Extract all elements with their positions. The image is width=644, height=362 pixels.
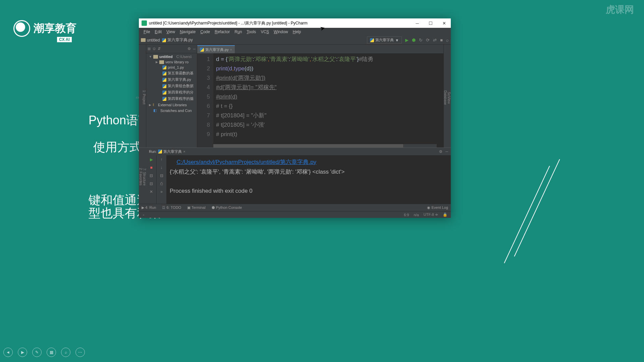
close-icon[interactable]: ✕: [150, 189, 153, 194]
more-button[interactable]: ⋯: [75, 348, 85, 357]
rail-structure[interactable]: 7: Structure: [143, 150, 146, 204]
tree-file[interactable]: 第六章字典.py: [146, 76, 197, 83]
up-icon[interactable]: ↑: [161, 157, 163, 162]
toolbar: untitled 第六章字典.py 第六章字典 ▼ ▶ ⬢ ↻ ⟳ ⇄ ■ ⌕: [139, 36, 451, 45]
breadcrumb[interactable]: untitled: [141, 38, 160, 43]
sb-encoding[interactable]: UTF-8 ≑: [424, 213, 438, 217]
run-toolbar-1: ▶ ■ ⊟ ⊟ ✕: [146, 155, 156, 204]
brand-sub: CX AI: [57, 37, 72, 42]
play-button[interactable]: ▶: [18, 348, 27, 357]
menu-file[interactable]: File: [142, 29, 152, 35]
maximize-button[interactable]: ☐: [424, 18, 437, 28]
select-target-icon[interactable]: ⊞: [148, 47, 151, 51]
rail-favorites[interactable]: 2: Favorites: [139, 150, 143, 204]
gear-icon[interactable]: ⚙: [439, 149, 442, 154]
right-rail: SciView Database: [443, 45, 451, 147]
folder-icon: [141, 38, 146, 42]
code-editor[interactable]: 123456789 d = {'两弹元勋':'邓稼','青蒿素':'屠呦呦','…: [197, 53, 443, 147]
collapse-icon[interactable]: ⇵: [158, 47, 161, 51]
down-icon[interactable]: ↓: [161, 165, 163, 170]
bb-run[interactable]: ▶ 4: Run: [142, 205, 156, 210]
debug-button[interactable]: ⬢: [412, 38, 416, 43]
rail-sciview[interactable]: SciView: [447, 48, 451, 147]
coverage-button[interactable]: ↻: [419, 38, 423, 43]
attach-button[interactable]: ⇄: [433, 38, 437, 43]
menu-help[interactable]: Help: [291, 29, 303, 35]
python-icon: [200, 48, 204, 52]
pin-icon[interactable]: ⊟: [150, 181, 153, 186]
run-label: Run:: [149, 149, 157, 154]
stop-button[interactable]: ■: [440, 38, 443, 43]
tree-file[interactable]: 第六章组合数据: [146, 83, 197, 89]
tree-root[interactable]: ▼untitled C:\Users\: [146, 54, 197, 59]
sb-na[interactable]: n/a: [414, 213, 419, 217]
tree-file[interactable]: 第四章程序的循: [146, 96, 197, 102]
minimize-button[interactable]: ─: [411, 18, 424, 28]
rail-project[interactable]: 1: Project: [142, 90, 146, 104]
titlebar[interactable]: untitled [C:\Users\andyl\PycharmProjects…: [139, 18, 451, 28]
menu-window[interactable]: Window: [272, 29, 290, 35]
bb-event-log[interactable]: ◉ Event Log: [427, 205, 448, 210]
logo-icon: [13, 20, 30, 37]
profile-button[interactable]: ⟳: [426, 38, 430, 43]
stop-icon[interactable]: ■: [150, 165, 152, 170]
window-title: untitled [C:\Users\andyl\PycharmProjects…: [149, 20, 308, 26]
zoom-button[interactable]: ⌕: [61, 348, 70, 357]
bottom-toolbar: ▶ 4: Run ☲ 6: TODO ▣ Terminal ⬢ Python C…: [139, 204, 451, 211]
hide-icon[interactable]: ─: [445, 149, 448, 154]
project-tree[interactable]: ▼untitled C:\Users\ ▶venv library ro pri…: [146, 53, 197, 147]
menu-run[interactable]: Run: [232, 29, 244, 35]
close-button[interactable]: ✕: [437, 18, 451, 28]
code-content[interactable]: d = {'两弹元勋':'邓稼','青蒿素':'屠呦呦','水稻之父':'袁隆平…: [213, 53, 443, 147]
tree-scratches[interactable]: ◧ Scratches and Con: [146, 108, 197, 113]
wrap-icon[interactable]: ⊟: [160, 173, 163, 178]
tree-file[interactable]: 第五章函数的基: [146, 70, 197, 76]
menu-tools[interactable]: Tools: [245, 29, 258, 35]
bb-todo[interactable]: ☲ 6: TODO: [162, 205, 181, 210]
tree-ext-lib[interactable]: ▶⫴ External Libraries: [146, 102, 197, 108]
gear-icon[interactable]: ⚙: [187, 47, 191, 51]
sb-lock-icon[interactable]: 🔒: [443, 213, 447, 217]
run-output[interactable]: C:/Users/andyl/PycharmProjects/untitled/…: [166, 155, 451, 204]
run-config-selector[interactable]: 第六章字典 ▼: [367, 37, 402, 44]
app-icon: [142, 20, 147, 26]
close-icon[interactable]: ×: [183, 149, 185, 154]
breadcrumb-file[interactable]: 第六章字典.py: [162, 37, 193, 43]
rail-database[interactable]: Database: [443, 48, 447, 147]
tree-file[interactable]: 第四章程序的分: [146, 89, 197, 96]
menu-navigate[interactable]: Navigate: [178, 29, 198, 35]
bb-python-console[interactable]: ⬢ Python Console: [212, 205, 242, 210]
tree-file[interactable]: print_1.py: [146, 65, 197, 70]
run-button[interactable]: ▶: [405, 38, 409, 43]
python-icon: [158, 149, 162, 154]
rerun-icon[interactable]: ▶: [150, 157, 153, 162]
run-tab-name[interactable]: 第六章字典: [163, 149, 182, 154]
sb-indicator[interactable]: ▫: [143, 213, 144, 217]
more-icon[interactable]: »: [160, 189, 163, 194]
prev-button[interactable]: ◄: [3, 348, 13, 357]
scroll-icon[interactable]: ⊙: [153, 47, 156, 51]
layout-icon[interactable]: ⊟: [150, 173, 153, 178]
menu-code[interactable]: Code: [198, 29, 212, 35]
slides-button[interactable]: ▦: [47, 348, 56, 357]
menu-vcs[interactable]: VCS: [259, 29, 271, 35]
python-icon: [162, 38, 166, 42]
print-icon[interactable]: ⎙: [160, 181, 163, 186]
hide-icon[interactable]: ─: [193, 47, 196, 51]
menubar: File Edit View Navigate Code Refactor Ru…: [139, 28, 451, 36]
menu-view[interactable]: View: [164, 29, 177, 35]
decor-lines: [513, 168, 574, 268]
sb-position[interactable]: 6:9: [404, 213, 409, 217]
search-button[interactable]: ⌕: [446, 38, 449, 43]
run-header: Run: 第六章字典 × ⚙ ─: [146, 148, 451, 155]
bb-terminal[interactable]: ▣ Terminal: [187, 205, 205, 210]
edit-button[interactable]: ✎: [32, 348, 42, 357]
tab-file[interactable]: 第六章字典.py ×: [197, 45, 235, 53]
menu-refactor[interactable]: Refactor: [213, 29, 232, 35]
project-panel: ⊞ ⊙ ⇵ ⚙ ─ ▼untitled C:\Users\ ▶venv libr…: [146, 45, 197, 147]
brand-name: 潮享教育: [34, 21, 76, 36]
tree-venv[interactable]: ▶venv library ro: [146, 59, 197, 65]
h-scrollbar[interactable]: [213, 144, 437, 147]
close-icon[interactable]: ×: [230, 48, 232, 52]
menu-edit[interactable]: Edit: [153, 29, 164, 35]
